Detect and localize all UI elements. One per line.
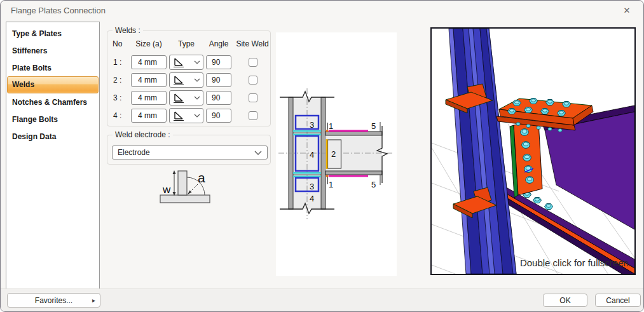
sidebar-item-type-plates[interactable]: Type & Plates [7, 25, 99, 42]
site-weld-checkbox-3[interactable] [249, 93, 257, 102]
preview-3d-viewport[interactable]: Double click for fullscreen. [430, 27, 636, 275]
weld-size-input-2[interactable] [131, 73, 167, 87]
sidebar-item-design-data[interactable]: Design Data [7, 128, 99, 145]
w-label: w [162, 184, 171, 196]
col-header-site-weld: Site Weld [235, 39, 270, 48]
fillet-weld-icon [172, 74, 185, 86]
weld-row-3: 3 : [107, 90, 270, 105]
ok-button[interactable]: OK [543, 294, 587, 307]
diagram-label-web: 2 [331, 149, 336, 159]
sidebar-item-plate-bolts[interactable]: Plate Bolts [7, 59, 99, 76]
weld-row-2-no: 2 : [113, 72, 128, 88]
weld-angle-input-1[interactable] [206, 55, 231, 69]
weld-location-diagram: 3 4 3 4 1 5 2 1 5 [276, 32, 397, 276]
weld-throat-symbol: w a [155, 167, 216, 209]
weld-size-input-4[interactable] [131, 109, 167, 123]
weld-size-input-3[interactable] [131, 91, 167, 105]
weld-row-1-no: 1 : [113, 55, 128, 70]
chevron-down-icon [194, 78, 200, 82]
diagram-label-bottom-right: 5 [371, 180, 376, 189]
favorites-label: Favorites... [35, 296, 72, 305]
col-header-type: Type [168, 39, 204, 48]
col-header-angle: Angle [203, 39, 235, 48]
site-weld-checkbox-2[interactable] [249, 76, 257, 85]
diagram-label-bottom-left: 1 [329, 180, 333, 189]
sidebar-item-notches-chamfers[interactable]: Notches & Chamfers [7, 93, 99, 111]
chevron-down-icon [194, 114, 200, 118]
weld-type-select-1[interactable] [169, 55, 203, 70]
fillet-weld-icon [172, 57, 185, 68]
chevron-down-icon [254, 151, 262, 155]
diagram-label-stiffener-top: 3 [310, 120, 314, 130]
close-icon[interactable]: ✕ [618, 4, 636, 18]
col-header-size: Size (a) [130, 39, 167, 48]
weld-type-select-3[interactable] [169, 90, 203, 105]
fullscreen-hint: Double click for fullscreen. [520, 257, 631, 268]
weld-row-4: 4 : [107, 108, 270, 123]
welds-group: Welds : No Size (a) Type Angle Site Weld… [107, 31, 271, 126]
dialog-title: Flange Plates Connection [11, 1, 106, 21]
chevron-down-icon [194, 96, 200, 100]
electrode-value: Electrode [118, 148, 150, 157]
diagram-label-top-left: 1 [329, 121, 333, 131]
weld-location-diagram-panel: 3 4 3 4 1 5 2 1 5 [276, 32, 397, 276]
favorites-arrow-icon: ▸ [92, 294, 95, 307]
site-weld-checkbox-1[interactable] [249, 58, 257, 67]
weld-row-4-no: 4 : [113, 108, 128, 123]
fillet-weld-icon [172, 92, 185, 104]
sidebar-item-welds[interactable]: Welds [7, 76, 99, 93]
weld-size-input-1[interactable] [131, 55, 167, 69]
site-weld-checkbox-4[interactable] [249, 111, 257, 120]
weld-electrode-group: Weld electrode : Electrode [107, 135, 271, 165]
diagram-label-stiffener-bottom: 3 [310, 182, 314, 191]
weld-type-select-2[interactable] [169, 72, 203, 88]
favorites-button[interactable]: Favorites... ▸ [7, 293, 100, 308]
diagram-label-stiffener-mid: 4 [310, 150, 314, 159]
a-label: a [198, 170, 205, 185]
chevron-down-icon [194, 60, 200, 64]
sidebar-item-stiffeners[interactable]: Stiffeners [7, 42, 99, 59]
settings-sidebar: Type & Plates Stiffeners Plate Bolts Wel… [6, 22, 100, 290]
titlebar: Flange Plates Connection ✕ [1, 1, 643, 21]
sidebar-item-flange-bolts[interactable]: Flange Bolts [7, 111, 99, 128]
diagram-label-stiffener-lower: 4 [310, 194, 314, 203]
weld-row-1: 1 : [107, 55, 270, 70]
end-plate-3d [510, 121, 542, 198]
cancel-button[interactable]: Cancel [595, 294, 641, 307]
weld-electrode-group-label: Weld electrode : [113, 130, 173, 139]
weld-throat-diagram: w a [155, 167, 216, 209]
weld-angle-input-4[interactable] [206, 109, 231, 123]
weld-angle-input-3[interactable] [206, 91, 231, 105]
fillet-weld-icon [172, 110, 185, 121]
electrode-select[interactable]: Electrode [112, 146, 268, 159]
flange-plates-connection-dialog: Flange Plates Connection ✕ Type & Plates… [0, 0, 644, 312]
footer-bar: Favorites... ▸ OK Cancel [1, 288, 643, 311]
weld-angle-input-2[interactable] [206, 73, 231, 87]
connection-3d-render: Double click for fullscreen. [432, 29, 634, 274]
weld-row-3-no: 3 : [113, 90, 128, 105]
weld-type-select-4[interactable] [169, 108, 203, 123]
diagram-label-top-right: 5 [371, 121, 376, 131]
welds-group-label: Welds : [113, 26, 143, 35]
col-header-no: No [113, 39, 127, 48]
weld-row-2: 2 : [107, 72, 270, 88]
